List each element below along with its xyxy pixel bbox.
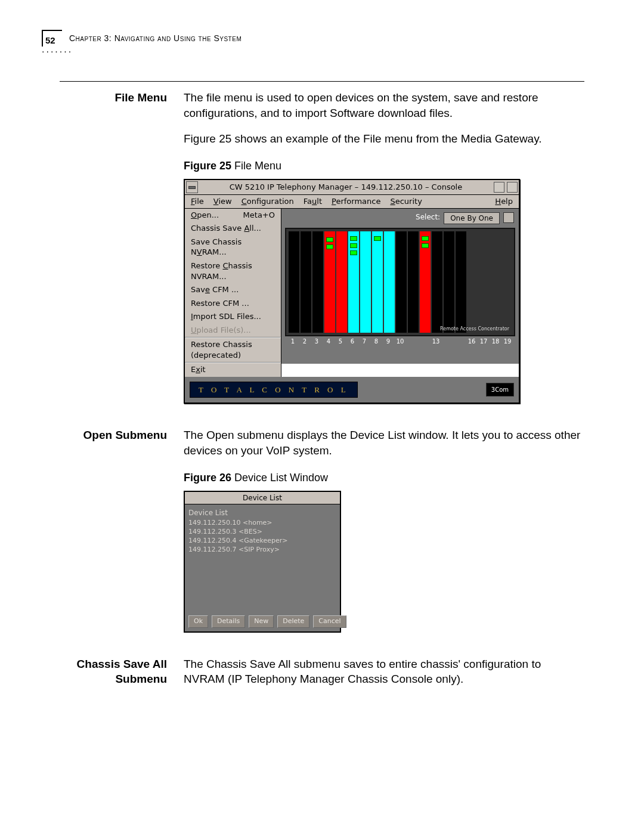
menu-item-import-sdl[interactable]: Import SDL Files... — [185, 310, 281, 324]
figure-number: Figure 26 — [184, 472, 231, 484]
window-client-area: Open...Meta+O Chassis Save All... Save C… — [185, 209, 519, 377]
figure-number: Figure 25 — [184, 160, 231, 172]
chassis-slot[interactable] — [444, 231, 454, 333]
chassis-slot[interactable] — [384, 231, 395, 333]
menu-item-open[interactable]: Open...Meta+O — [185, 209, 281, 222]
page-number-box: 52 — [42, 30, 62, 47]
device-list-header: Device List — [188, 508, 336, 518]
chassis-slot[interactable] — [408, 231, 419, 333]
console-footer: T O T A L C O N T R O L 3Com — [185, 377, 519, 403]
dropdown-arrow-icon[interactable] — [503, 212, 514, 223]
section-body: The Chassis Save All submenu saves to en… — [184, 657, 584, 687]
accelerator: Meta+O — [243, 210, 275, 221]
menu-item-restore-cfm[interactable]: Restore CFM ... — [185, 297, 281, 311]
menu-help[interactable]: Help — [495, 196, 513, 207]
chassis-slot[interactable] — [324, 231, 335, 333]
figure-title: Device List Window — [231, 472, 328, 484]
figure-caption: Figure 26 Device List Window — [184, 470, 584, 485]
chapter-title: Chapter 3: Navigating and Using the Syst… — [69, 33, 242, 43]
menu-item-restore-nvram[interactable]: Restore Chassis NVRAM... — [185, 259, 281, 283]
section-body: The file menu is used to open devices on… — [184, 90, 584, 404]
minimize-button[interactable] — [494, 182, 504, 193]
paragraph: The file menu is used to open devices on… — [184, 90, 584, 120]
total-control-brand: T O T A L C O N T R O L — [190, 382, 358, 398]
section-chassis-save-all: Chassis Save All Submenu The Chassis Sav… — [60, 657, 584, 687]
document-page: 52 Chapter 3: Navigating and Using the S… — [0, 0, 644, 833]
device-item[interactable]: 149.112.250.10 <home> — [188, 519, 336, 528]
section-file-menu: File Menu The file menu is used to open … — [60, 90, 584, 404]
chassis-slot[interactable] — [456, 231, 466, 333]
chassis-pane: Select: One By One — [281, 209, 519, 364]
chassis-slot[interactable] — [432, 231, 442, 333]
cancel-button[interactable]: Cancel — [313, 615, 346, 628]
device-item[interactable]: 149.112.250.4 <Gatekeeper> — [188, 537, 336, 546]
menu-item-save-cfm[interactable]: Save CFM ... — [185, 283, 281, 297]
3com-logo: 3Com — [486, 383, 514, 397]
menu-security[interactable]: Security — [390, 196, 422, 207]
menu-bar: File View Configuration Fault Performanc… — [185, 195, 519, 209]
section-open-submenu: Open Submenu The Open submenu displays t… — [60, 428, 584, 632]
window-titlebar: CW 5210 IP Telephony Manager – 149.112.2… — [185, 180, 519, 195]
menu-item-chassis-save-all[interactable]: Chassis Save All... — [185, 222, 281, 236]
chassis-rack[interactable]: Remote Access Concentrator — [285, 228, 515, 336]
paragraph: Figure 25 shows an example of the File m… — [184, 131, 584, 147]
device-item[interactable]: 149.112.250.7 <SIP Proxy> — [188, 546, 336, 555]
maximize-button[interactable] — [507, 182, 518, 193]
menu-item-upload-files: Upload File(s)... — [185, 324, 281, 337]
chassis-slot[interactable] — [372, 231, 383, 333]
chassis-slot[interactable] — [396, 231, 407, 333]
rac-label: Remote Access Concentrator — [440, 326, 509, 333]
select-label: Select: — [416, 212, 440, 224]
figure-caption: Figure 25 File Menu — [184, 159, 584, 173]
paragraph: The Open submenu displays the Device Lis… — [184, 428, 584, 458]
ok-button[interactable]: Ok — [188, 615, 208, 628]
section-rule — [60, 81, 584, 82]
device-list-body: Device List 149.112.250.10 <home> 149.11… — [185, 504, 340, 612]
slot-numbers-row: 123456789101316171819 — [281, 336, 519, 347]
system-menu-icon[interactable] — [186, 181, 198, 193]
chassis-slot[interactable] — [360, 231, 371, 333]
device-list-window: Device List Device List 149.112.250.10 <… — [184, 491, 341, 633]
menu-performance[interactable]: Performance — [332, 196, 380, 207]
delete-button[interactable]: Delete — [277, 615, 309, 628]
file-dropdown-menu: Open...Meta+O Chassis Save All... Save C… — [185, 209, 281, 377]
chassis-slot[interactable] — [312, 231, 323, 333]
chassis-slot[interactable] — [336, 231, 347, 333]
menu-item-exit[interactable]: Exit — [185, 363, 281, 377]
section-body: The Open submenu displays the Device Lis… — [184, 428, 584, 632]
chassis-slot[interactable] — [301, 231, 311, 333]
console-window: CW 5210 IP Telephony Manager – 149.112.2… — [184, 179, 520, 404]
page-number: 52 — [45, 35, 55, 45]
paragraph: The Chassis Save All submenu saves to en… — [184, 657, 584, 687]
window-titlebar: Device List — [185, 492, 340, 504]
section-label: File Menu — [60, 90, 167, 404]
device-item[interactable]: 149.112.250.3 <BES> — [188, 528, 336, 537]
chassis-slot[interactable] — [289, 231, 299, 333]
details-button[interactable]: Details — [212, 615, 245, 628]
section-label: Open Submenu — [60, 428, 167, 632]
menu-file[interactable]: File — [191, 196, 204, 207]
window-title: Device List — [185, 492, 340, 504]
menu-item-save-nvram[interactable]: Save Chassis NVRAM... — [185, 236, 281, 259]
page-header: 52 Chapter 3: Navigating and Using the S… — [42, 30, 584, 47]
new-button[interactable]: New — [249, 615, 274, 628]
select-row: Select: One By One — [281, 209, 519, 228]
chassis-slot[interactable] — [420, 231, 431, 333]
figure-title: File Menu — [231, 160, 281, 172]
menu-item-restore-deprecated[interactable]: Restore Chassis (deprecated) — [185, 338, 281, 362]
section-label: Chassis Save All Submenu — [60, 657, 167, 687]
header-dots: ······· — [42, 47, 584, 57]
chassis-slot[interactable] — [348, 231, 359, 333]
menu-configuration[interactable]: Configuration — [242, 196, 294, 207]
menu-view[interactable]: View — [213, 196, 232, 207]
window-title: CW 5210 IP Telephony Manager – 149.112.2… — [199, 181, 493, 194]
button-row: Ok Details New Delete Cancel — [185, 612, 340, 631]
select-dropdown[interactable]: One By One — [444, 212, 500, 224]
menu-fault[interactable]: Fault — [304, 196, 322, 207]
